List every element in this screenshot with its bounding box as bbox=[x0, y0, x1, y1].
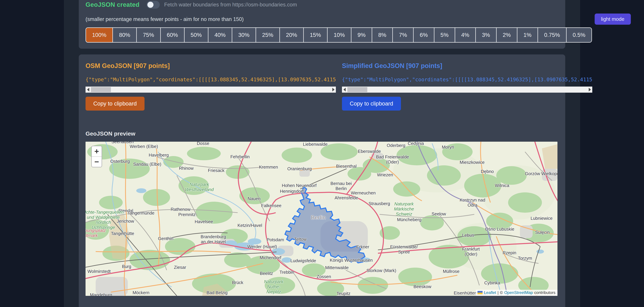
percent-option-50[interactable]: 50% bbox=[184, 28, 208, 42]
results-grid: OSM GeoJSON [907 points] {"type":"MultiP… bbox=[86, 62, 558, 110]
scroll-right-arrow-icon[interactable] bbox=[587, 86, 592, 93]
toggle-knob-icon bbox=[148, 2, 154, 8]
percent-option-7[interactable]: 7% bbox=[393, 28, 414, 42]
map-tiles-graphic bbox=[86, 142, 558, 296]
geojson-preview-heading: GeoJSON preview bbox=[86, 130, 558, 137]
osm-json-horizontal-scrollbar[interactable] bbox=[86, 86, 336, 93]
geojson-created-status: GeoJSON created bbox=[86, 1, 140, 8]
percent-option-80[interactable]: 80% bbox=[113, 28, 137, 42]
percent-option-25[interactable]: 25% bbox=[256, 28, 280, 42]
percent-option-3[interactable]: 3% bbox=[476, 28, 496, 42]
ukraine-flag-icon bbox=[478, 291, 482, 294]
percent-option-0_75[interactable]: 0.75% bbox=[538, 28, 566, 42]
percent-option-15[interactable]: 15% bbox=[304, 28, 328, 42]
app-column: GeoJSON created Fetch water boundaries f… bbox=[64, 0, 580, 307]
percent-option-6[interactable]: 6% bbox=[414, 28, 434, 42]
simplified-geojson-column: Simplified GeoJSON [907 points] {"type":… bbox=[342, 62, 592, 110]
simplify-percent-button-group: 100%80%75%60%50%40%30%25%20%15%10%9%8%7%… bbox=[86, 28, 592, 42]
osm-geojson-title: OSM GeoJSON [907 points] bbox=[86, 62, 336, 70]
percent-option-5[interactable]: 5% bbox=[434, 28, 455, 42]
status-row: GeoJSON created Fetch water boundaries f… bbox=[86, 1, 558, 9]
water-boundaries-toggle[interactable] bbox=[146, 1, 160, 8]
scroll-left-arrow-icon[interactable] bbox=[342, 86, 347, 93]
percent-option-30[interactable]: 30% bbox=[232, 28, 256, 42]
water-boundaries-toggle-label: Fetch water boundaries from https://osm-… bbox=[164, 2, 297, 8]
percent-option-4[interactable]: 4% bbox=[455, 28, 476, 42]
simplified-geojson-text: {"type":"MultiPolygon","coordinates":[[[… bbox=[342, 76, 592, 83]
map-attribution: Leaflet | © OpenStreetMap contributors bbox=[476, 290, 558, 296]
zoom-out-button[interactable]: − bbox=[92, 157, 102, 167]
settings-card: GeoJSON created Fetch water boundaries f… bbox=[79, 0, 565, 49]
results-card: OSM GeoJSON [907 points] {"type":"MultiP… bbox=[79, 54, 565, 307]
leaflet-link[interactable]: Leaflet bbox=[484, 290, 496, 295]
scrollbar-track[interactable] bbox=[90, 86, 331, 93]
percent-option-1[interactable]: 1% bbox=[518, 28, 538, 42]
copyright-symbol: © bbox=[500, 290, 503, 295]
percent-option-0_5[interactable]: 0.5% bbox=[566, 28, 592, 42]
copy-simplified-geojson-button[interactable]: Copy to clipboard bbox=[342, 97, 401, 110]
osm-geojson-text: {"type":"MultiPolygon","coordinates":[[[… bbox=[86, 76, 336, 83]
scrollbar-thumb[interactable] bbox=[347, 87, 367, 92]
scrollbar-track[interactable] bbox=[347, 86, 587, 93]
copy-osm-geojson-button[interactable]: Copy to clipboard bbox=[86, 97, 144, 110]
percent-option-10[interactable]: 10% bbox=[328, 28, 352, 42]
contributors-text: contributors bbox=[534, 290, 556, 295]
percent-option-2[interactable]: 2% bbox=[496, 28, 518, 42]
percent-option-75[interactable]: 75% bbox=[137, 28, 160, 42]
scroll-right-arrow-icon[interactable] bbox=[331, 86, 336, 93]
zoom-in-button[interactable]: + bbox=[92, 146, 102, 156]
percentage-note: (smaller percentage means fewer points -… bbox=[86, 16, 558, 22]
leaflet-map[interactable]: SeehausenWerben (Elbe)DosseLiebenwaldeOd… bbox=[86, 142, 558, 296]
percent-option-40[interactable]: 40% bbox=[208, 28, 232, 42]
percent-option-9[interactable]: 9% bbox=[352, 28, 372, 42]
percent-option-100[interactable]: 100% bbox=[86, 28, 113, 42]
light-mode-toggle-button[interactable]: light mode bbox=[595, 14, 631, 25]
scroll-left-arrow-icon[interactable] bbox=[86, 86, 90, 93]
percent-option-20[interactable]: 20% bbox=[280, 28, 304, 42]
simplified-geojson-title: Simplified GeoJSON [907 points] bbox=[342, 62, 592, 70]
percent-option-8[interactable]: 8% bbox=[372, 28, 393, 42]
scrollbar-thumb[interactable] bbox=[91, 87, 111, 92]
percent-option-60[interactable]: 60% bbox=[161, 28, 184, 42]
simplified-json-horizontal-scrollbar[interactable] bbox=[342, 86, 592, 93]
attribution-separator: | bbox=[498, 290, 498, 295]
osm-geojson-column: OSM GeoJSON [907 points] {"type":"MultiP… bbox=[86, 62, 336, 110]
map-zoom-control: + − bbox=[91, 146, 102, 167]
openstreetmap-link[interactable]: OpenStreetMap bbox=[504, 290, 533, 295]
